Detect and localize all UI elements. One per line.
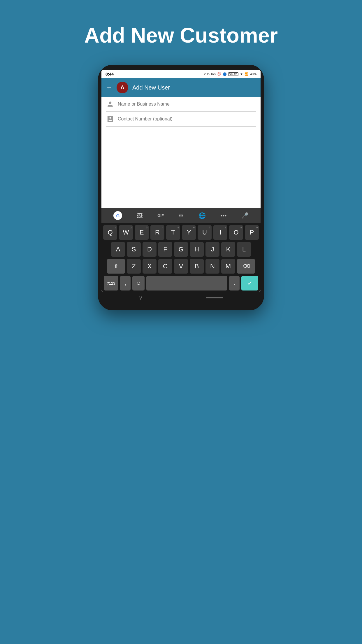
key-i[interactable]: 8I [213, 225, 227, 240]
key-t[interactable]: 5T [166, 225, 180, 240]
key-s[interactable]: S [127, 242, 141, 257]
alarm-icon: ⏰ [217, 72, 221, 76]
key-p[interactable]: 0P [245, 225, 259, 240]
key-u[interactable]: 7U [198, 225, 212, 240]
keyboard-row-1: 1Q 2W 3E 4R 5T 6Y 7U 8I 9O 0P [103, 225, 259, 240]
keyboard-row-3: ⇧ Z X C V B N M ⌫ [103, 259, 259, 274]
key-w[interactable]: 2W [119, 225, 133, 240]
status-icons: 2.15 K/s ⏰ 🔵 VoLTE ▼ 📶 40% [204, 72, 256, 76]
key-m[interactable]: M [221, 259, 235, 274]
key-j[interactable]: J [205, 242, 219, 257]
key-b[interactable]: B [190, 259, 204, 274]
gif-button[interactable]: GIF [157, 214, 164, 218]
period-key[interactable]: . [229, 276, 240, 290]
key-x[interactable]: X [143, 259, 157, 274]
sticker-icon[interactable]: 🖼 [137, 212, 143, 219]
key-k[interactable]: K [221, 242, 235, 257]
user-avatar: A [117, 82, 128, 93]
key-l[interactable]: L [237, 242, 251, 257]
numbers-key[interactable]: ?123 [104, 276, 118, 290]
shift-key[interactable]: ⇧ [107, 259, 125, 274]
status-time: 8:44 [106, 72, 114, 76]
status-bar: 8:44 2.15 K/s ⏰ 🔵 VoLTE ▼ 📶 40% [101, 70, 261, 78]
key-h[interactable]: H [190, 242, 204, 257]
translate-icon[interactable]: 🌐 [198, 212, 206, 219]
form-area [101, 97, 261, 127]
key-v[interactable]: V [174, 259, 188, 274]
contact-icon [106, 116, 114, 122]
signal-icon: 📶 [245, 72, 249, 76]
battery-text: 40% [250, 72, 256, 76]
space-key[interactable] [146, 276, 227, 290]
keyboard-toolbar: G 🖼 GIF ⚙ 🌐 ••• 🎤 [101, 208, 261, 223]
key-z[interactable]: Z [127, 259, 141, 274]
keyboard-row-4: ?123 , ☺ . ✓ [103, 276, 259, 290]
contact-input[interactable] [118, 116, 256, 122]
delete-key[interactable]: ⌫ [237, 259, 255, 274]
key-d[interactable]: D [143, 242, 157, 257]
phone-screen: 8:44 2.15 K/s ⏰ 🔵 VoLTE ▼ 📶 40% ← A Add … [101, 70, 261, 292]
google-button[interactable]: G [113, 211, 122, 220]
contact-input-row [106, 112, 256, 127]
keyboard: 1Q 2W 3E 4R 5T 6Y 7U 8I 9O 0P A S D F G … [101, 223, 261, 292]
key-e[interactable]: 3E [135, 225, 149, 240]
person-icon [106, 101, 114, 107]
phone-bottom-bar: ∨ [101, 292, 261, 305]
key-c[interactable]: C [158, 259, 172, 274]
comma-key[interactable]: , [120, 276, 131, 290]
key-q[interactable]: 1Q [103, 225, 117, 240]
key-g[interactable]: G [174, 242, 188, 257]
app-bar: ← A Add New User [101, 78, 261, 97]
volte-badge: VoLTE [228, 72, 238, 76]
bluetooth-icon: 🔵 [223, 72, 227, 76]
mic-icon[interactable]: 🎤 [241, 212, 249, 219]
key-r[interactable]: 4R [150, 225, 164, 240]
emoji-key[interactable]: ☺ [132, 276, 145, 290]
keyboard-row-2: A S D F G H J K L [103, 242, 259, 257]
home-pill[interactable] [206, 297, 223, 298]
enter-key[interactable]: ✓ [241, 276, 258, 290]
form-content-area [101, 127, 261, 208]
name-input-row [106, 97, 256, 112]
wifi-icon: ▼ [240, 72, 243, 76]
phone-device: 8:44 2.15 K/s ⏰ 🔵 VoLTE ▼ 📶 40% ← A Add … [98, 65, 264, 310]
network-speed: 2.15 K/s [204, 72, 216, 76]
more-icon[interactable]: ••• [220, 212, 226, 219]
app-bar-title: Add New User [132, 84, 170, 91]
key-f[interactable]: F [158, 242, 172, 257]
settings-icon[interactable]: ⚙ [178, 212, 184, 219]
name-input[interactable] [118, 102, 256, 107]
back-nav-icon[interactable]: ∨ [139, 295, 143, 301]
key-y[interactable]: 6Y [182, 225, 196, 240]
key-a[interactable]: A [111, 242, 125, 257]
key-o[interactable]: 9O [229, 225, 243, 240]
page-title: Add New Customer [84, 23, 278, 47]
back-button[interactable]: ← [106, 84, 113, 91]
key-n[interactable]: N [205, 259, 219, 274]
